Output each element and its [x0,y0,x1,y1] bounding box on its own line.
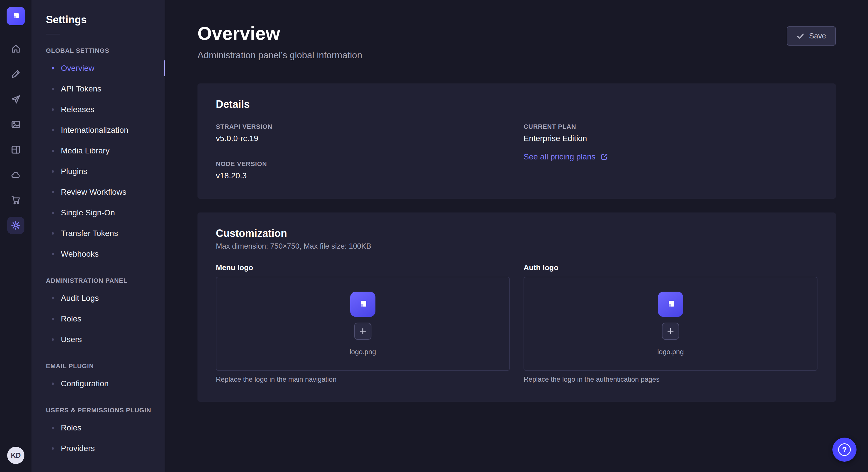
help-button[interactable]: ? [832,438,857,462]
bullet-icon [52,253,54,255]
section-global-settings: GLOBAL SETTINGS [46,47,156,55]
menu-logo-label: Menu logo [216,263,510,272]
sidebar-item-internationalization[interactable]: Internationalization [46,120,156,140]
sidebar-item-admin-users[interactable]: Users [46,329,156,350]
sidebar-item-review-workflows[interactable]: Review Workflows [46,182,156,202]
sidebar-item-label: Single Sign-On [61,208,115,217]
sidebar-divider [46,34,60,34]
page-title: Overview [197,23,362,44]
app-window: KD Settings GLOBAL SETTINGS Overview API… [0,0,868,472]
auth-logo-column: Auth logo logo [524,263,817,383]
auth-logo-add-button[interactable] [662,323,679,340]
rail-icon-list [7,40,24,234]
bullet-icon [52,108,54,111]
pricing-plans-link[interactable]: See all pricing plans [524,152,608,162]
details-right-column: CURRENT PLAN Enterprise Edition See all … [524,123,817,180]
bullet-icon [52,232,54,235]
strapi-logo[interactable] [7,7,25,25]
auth-logo-label: Auth logo [524,263,817,272]
menu-logo-preview [350,292,375,317]
auth-logo-filename: logo.png [657,348,684,356]
section-administration-panel: ADMINISTRATION PANEL [46,277,156,284]
settings-gear-icon[interactable] [7,217,24,234]
plus-icon [667,328,674,335]
sidebar-item-releases[interactable]: Releases [46,99,156,120]
logo-uploads: Menu logo logo [216,263,817,383]
page-header-text: Overview Administration panel’s global i… [197,23,362,61]
sidebar-item-webhooks[interactable]: Webhooks [46,244,156,264]
sidebar-item-label: Audit Logs [61,294,99,303]
content-manager-icon[interactable] [7,141,24,158]
sidebar-item-overview[interactable]: Overview [46,58,156,78]
sidebar-item-media-library[interactable]: Media Library [46,140,156,161]
details-card-title: Details [216,98,817,110]
bullet-icon [52,318,54,320]
sidebar-item-api-tokens[interactable]: API Tokens [46,78,156,99]
sidebar-item-admin-roles[interactable]: Roles [46,308,156,329]
cloud-icon[interactable] [7,166,24,183]
bullet-icon [52,338,54,341]
menu-logo-filename: logo.png [350,348,376,356]
sidebar-item-single-sign-on[interactable]: Single Sign-On [46,202,156,223]
sidebar-item-audit-logs[interactable]: Audit Logs [46,288,156,308]
menu-logo-add-button[interactable] [354,323,371,340]
bullet-icon [52,129,54,131]
bullet-icon [52,427,54,429]
strapi-version-field: STRAPI VERSION v5.0.0-rc.19 [216,123,510,143]
sidebar-item-plugins[interactable]: Plugins [46,161,156,182]
user-avatar[interactable]: KD [7,447,24,464]
sidebar-item-label: Roles [61,423,82,432]
sidebar-item-label: Configuration [61,379,109,388]
sidebar-title: Settings [46,14,156,26]
main-content: Overview Administration panel’s global i… [165,0,868,472]
bullet-icon [52,382,54,385]
menu-logo-dropzone[interactable]: logo.png [216,277,510,371]
sidebar-item-label: Providers [61,444,95,453]
sidebar-item-label: Review Workflows [61,188,126,197]
sidebar-item-label: API Tokens [61,84,101,94]
current-plan-value: Enterprise Edition [524,134,817,143]
home-icon[interactable] [7,40,24,57]
pricing-plans-link-label: See all pricing plans [524,152,596,162]
check-icon [797,32,805,40]
strapi-glyph-icon [663,297,677,311]
auth-logo-preview [658,292,683,317]
strapi-glyph-icon [10,10,22,22]
bullet-icon [52,297,54,299]
customization-card-title: Customization [216,227,817,239]
plus-icon [360,328,366,335]
bullet-icon [52,88,54,90]
settings-sidebar: Settings GLOBAL SETTINGS Overview API To… [32,0,165,472]
bullet-icon [52,67,54,69]
sidebar-item-transfer-tokens[interactable]: Transfer Tokens [46,223,156,244]
sidebar-item-up-roles[interactable]: Roles [46,417,156,438]
content-type-builder-icon[interactable] [7,65,24,82]
auth-logo-caption: Replace the logo in the authentication p… [524,375,817,383]
save-button[interactable]: Save [787,26,836,45]
sidebar-item-label: Internationalization [61,126,128,135]
node-version-label: NODE VERSION [216,160,510,168]
sidebar-item-label: Users [61,335,82,344]
bullet-icon [52,191,54,193]
save-button-label: Save [809,32,826,40]
sidebar-item-label: Transfer Tokens [61,229,118,238]
auth-logo-dropzone[interactable]: logo.png [524,277,817,371]
menu-logo-column: Menu logo logo [216,263,510,383]
main-nav-rail: KD [0,0,32,472]
menu-logo-caption: Replace the logo in the main navigation [216,375,510,383]
releases-icon[interactable] [7,91,24,108]
sidebar-item-label: Media Library [61,146,110,156]
page-subtitle: Administration panel’s global informatio… [197,50,362,61]
marketplace-cart-icon[interactable] [7,192,24,209]
node-version-field: NODE VERSION v18.20.3 [216,160,510,180]
current-plan-label: CURRENT PLAN [524,123,817,131]
sidebar-item-up-providers[interactable]: Providers [46,438,156,459]
details-left-column: STRAPI VERSION v5.0.0-rc.19 NODE VERSION… [216,123,510,180]
sidebar-item-label: Releases [61,105,94,114]
sidebar-item-email-configuration[interactable]: Configuration [46,373,156,394]
current-plan-field: CURRENT PLAN Enterprise Edition [524,123,817,143]
customization-card-subtitle: Max dimension: 750×750, Max file size: 1… [216,242,817,250]
strapi-glyph-icon [356,297,370,311]
bullet-icon [52,447,54,450]
media-library-icon[interactable] [7,116,24,133]
